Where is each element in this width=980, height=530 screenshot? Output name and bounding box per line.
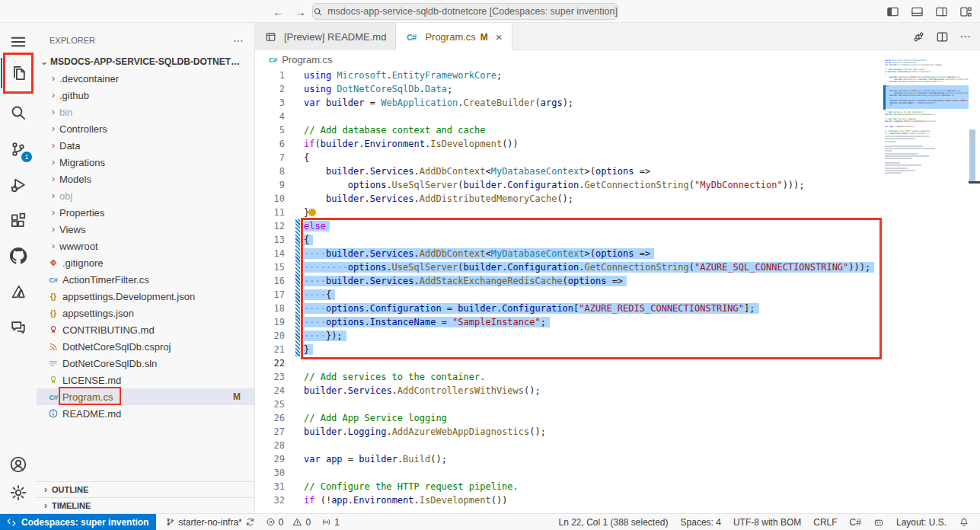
code-line-26[interactable]: 26// Add App Service logging xyxy=(255,411,874,425)
line-number[interactable]: 11 xyxy=(255,206,301,219)
code-line-31[interactable]: 31// Configure the HTTP request pipeline… xyxy=(255,480,874,493)
code-line-11[interactable]: 11} xyxy=(255,206,874,219)
status-feedback[interactable] xyxy=(873,517,884,528)
tree-file-LICENSE.md[interactable]: LICENSE.md xyxy=(37,372,254,388)
activity-item-github[interactable] xyxy=(8,245,29,267)
tree-folder-obj[interactable]: ›obj xyxy=(37,187,254,204)
tab-PreviewREADME.md[interactable]: [Preview] README.md xyxy=(255,23,396,50)
code-line-18[interactable]: 18····options.Configuration = builder.Co… xyxy=(255,302,874,315)
command-center-search[interactable]: msdocs-app-service-sqldb-dotnetcore [Cod… xyxy=(312,3,618,20)
tree-file-appsettings.json[interactable]: {}appsettings.json xyxy=(37,305,254,321)
line-number[interactable]: 4 xyxy=(255,110,301,123)
status-eol[interactable]: CRLF xyxy=(813,517,837,528)
activity-item-run-debug[interactable] xyxy=(8,174,29,196)
code-line-25[interactable]: 25 xyxy=(255,398,874,411)
tree-file-.gitignore[interactable]: .gitignore xyxy=(37,254,254,271)
tree-folder-.github[interactable]: ›.github xyxy=(37,87,254,104)
code-line-21[interactable]: 21} xyxy=(255,343,874,356)
breadcrumb[interactable]: C# Program.cs xyxy=(255,50,980,69)
line-number[interactable]: 17 xyxy=(255,288,301,302)
activity-item-settings[interactable] xyxy=(8,482,29,503)
tree-file-appsettings.Development.json[interactable]: {}appsettings.Development.json xyxy=(37,288,254,305)
code-line-12[interactable]: 12else xyxy=(255,219,874,233)
toggle-panel-bottom-button[interactable] xyxy=(910,5,924,18)
code-line-4[interactable]: 4 xyxy=(255,110,874,123)
code-line-5[interactable]: 5// Add database context and cache xyxy=(255,123,874,137)
line-number[interactable]: 15 xyxy=(255,260,301,274)
tree-folder-Views[interactable]: ›Views xyxy=(37,221,254,238)
code-line-30[interactable]: 30 xyxy=(255,466,874,480)
activity-item-azure[interactable] xyxy=(8,281,29,302)
scrollbar-slider[interactable] xyxy=(969,129,975,181)
activity-item-search[interactable] xyxy=(8,102,29,123)
tree-folder-Migrations[interactable]: ›Migrations xyxy=(37,154,254,171)
status-problems[interactable]: 00 xyxy=(266,517,311,528)
line-number[interactable]: 19 xyxy=(255,315,301,329)
tree-file-Program.cs[interactable]: C#Program.csM xyxy=(37,388,254,405)
open-changes-button[interactable] xyxy=(912,30,925,43)
tree-folder-Controllers[interactable]: ›Controllers xyxy=(37,120,254,137)
code-line-7[interactable]: 7{ xyxy=(255,151,874,164)
line-number[interactable]: 26 xyxy=(255,411,301,425)
tree-file-README.md[interactable]: README.md xyxy=(37,405,254,422)
code-line-32[interactable]: 32if (!app.Environment.IsDevelopment()) xyxy=(255,493,874,507)
status-cursor-position[interactable]: Ln 22, Col 1 (388 selected) xyxy=(558,517,668,528)
tree-file-CONTRIBUTING.md[interactable]: CONTRIBUTING.md xyxy=(37,321,254,338)
tree-file-DotNetCoreSqlDb.sln[interactable]: DotNetCoreSqlDb.sln xyxy=(37,355,254,372)
line-number[interactable]: 5 xyxy=(255,123,301,137)
line-number[interactable]: 30 xyxy=(255,466,301,480)
code-line-14[interactable]: 14····builder.Services.AddDbContext<MyDa… xyxy=(255,247,874,260)
code-line-19[interactable]: 19····options.InstanceName = "SampleInst… xyxy=(255,315,874,329)
remote-indicator[interactable]: Codespaces: super invention xyxy=(0,514,156,530)
code-line-16[interactable]: 16····builder.Services.AddStackExchangeR… xyxy=(255,274,874,288)
code-line-28[interactable]: 28 xyxy=(255,439,874,452)
activity-item-source-control[interactable]: 1 xyxy=(8,139,29,160)
line-number[interactable]: 12 xyxy=(255,219,301,233)
line-number[interactable]: 25 xyxy=(255,398,301,411)
line-number[interactable]: 9 xyxy=(255,178,301,192)
status-indentation[interactable]: Spaces: 4 xyxy=(681,517,721,528)
line-number[interactable]: 31 xyxy=(255,480,301,493)
line-number[interactable]: 27 xyxy=(255,425,301,439)
activity-item-extensions[interactable] xyxy=(8,210,29,231)
activity-item-account[interactable] xyxy=(8,454,29,475)
line-number[interactable]: 13 xyxy=(255,233,301,247)
tree-file-DotNetCoreSqlDb.csproj[interactable]: DotNetCoreSqlDb.csproj xyxy=(37,338,254,355)
status-git-branch[interactable]: starter-no-infra* xyxy=(165,517,254,528)
line-number[interactable]: 24 xyxy=(255,384,301,398)
line-number[interactable]: 1 xyxy=(255,69,301,82)
code-line-27[interactable]: 27builder.Logging.AddAzureWebAppDiagnost… xyxy=(255,425,874,439)
line-number[interactable]: 6 xyxy=(255,137,301,151)
back-button[interactable]: ← xyxy=(273,5,284,18)
code-line-3[interactable]: 3var builder = WebApplication.CreateBuil… xyxy=(255,96,874,110)
code-line-22[interactable]: 22 xyxy=(255,356,874,370)
forward-button[interactable]: → xyxy=(295,5,306,18)
tree-root-folder[interactable]: ⌄MSDOCS-APP-SERVICE-SQLDB-DOTNETCOR... xyxy=(37,53,254,70)
status-ports-forwarded[interactable]: 1 xyxy=(321,517,340,528)
line-number[interactable]: 18 xyxy=(255,302,301,315)
close-icon[interactable]: × xyxy=(496,30,503,43)
panel-outline[interactable]: ›OUTLINE xyxy=(37,481,254,497)
line-number[interactable]: 22 xyxy=(255,356,301,370)
tree-file-ActionTimerFilter.cs[interactable]: C#ActionTimerFilter.cs xyxy=(37,271,254,288)
tree-folder-.devcontainer[interactable]: ›.devcontainer xyxy=(37,70,254,87)
toggle-panel-right-button[interactable] xyxy=(934,5,948,18)
line-number[interactable]: 16 xyxy=(255,274,301,288)
activity-item-explorer[interactable] xyxy=(8,62,29,84)
tree-folder-Properties[interactable]: ›Properties xyxy=(37,204,254,221)
tree-folder-Data[interactable]: ›Data xyxy=(37,137,254,154)
code-line-10[interactable]: 10 builder.Services.AddDistributedMemory… xyxy=(255,192,874,206)
status-notifications[interactable] xyxy=(959,517,969,528)
split-editor-button[interactable] xyxy=(936,30,949,43)
tab-Program.cs[interactable]: C#Program.csM× xyxy=(396,23,512,51)
tree-folder-wwwroot[interactable]: ›wwwroot xyxy=(37,238,254,254)
panel-timeline[interactable]: ›TIMELINE xyxy=(37,497,254,513)
activity-item-menu[interactable] xyxy=(8,31,29,53)
toggle-panel-left-button[interactable] xyxy=(886,5,899,18)
code-line-9[interactable]: 9 options.UseSqlServer(builder.Configura… xyxy=(255,178,874,192)
line-number[interactable]: 7 xyxy=(255,151,301,164)
code-line-20[interactable]: 20····}); xyxy=(255,329,874,343)
line-number[interactable]: 10 xyxy=(255,192,301,206)
minimap[interactable]: using Microsoft.EntityFrameworkCore;usin… xyxy=(885,59,969,174)
line-number[interactable]: 8 xyxy=(255,164,301,178)
